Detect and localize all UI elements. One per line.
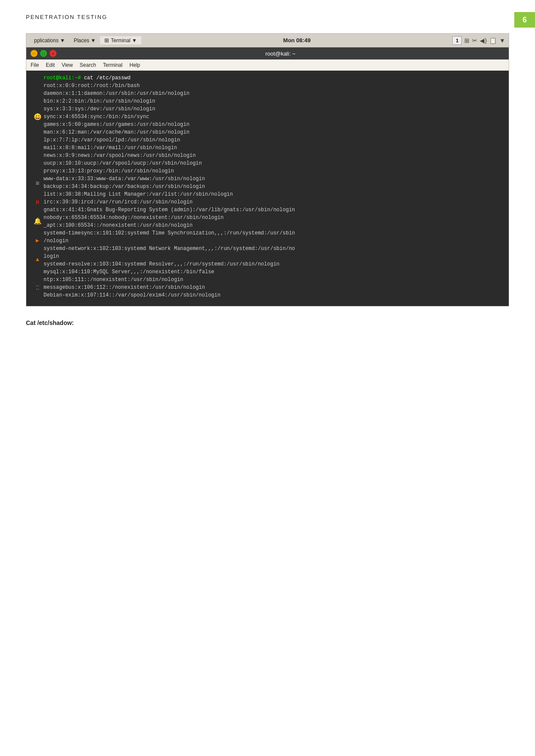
term-line-14: list:x:38:38:Mailing List Manager:/var/l…	[44, 191, 504, 198]
page-number: 6	[514, 12, 535, 28]
term-line-11: proxy:x:13:13:proxy:/bin:/usr/sbin/nolog…	[44, 167, 504, 175]
section-label: Cat /etc/shadow:	[26, 319, 509, 326]
applications-menu[interactable]: pplications ▼	[30, 37, 69, 44]
terminal-icon: ⊞	[104, 37, 109, 44]
menu-help[interactable]: Help	[129, 62, 140, 68]
taskbar-right: 1 ⊞ ✂ ◀) 📋 ▼	[452, 36, 505, 45]
taskbar: pplications ▼ Places ▼ ⊞ Terminal ▼ Mon …	[26, 34, 509, 47]
term-line-7: lp:x:7:7:lp:/var/spool/lpd:/usr/sbin/nol…	[44, 136, 504, 144]
term-line-17: nobody:x:65534:65534:nobody:/nonexistent…	[44, 214, 504, 222]
term-line-15: irc:x:39:39:ircd:/var/run/ircd:/usr/sbin…	[44, 198, 504, 206]
term-line-1: daemon:x:1:1:daemon:/usr/sbin:/usr/sbin/…	[44, 90, 504, 97]
sidebar-icon-5: ▲	[36, 255, 39, 265]
term-line-3: sys:x:3:3:sys:/dev:/usr/sbin/nologin	[44, 105, 504, 113]
page-title: PENETRATION TESTING	[26, 14, 509, 20]
title-bar: − □ × root@kali: ~	[26, 47, 509, 59]
network-icon: ⊞	[464, 37, 469, 44]
page-header: PENETRATION TESTING	[0, 0, 535, 20]
menu-search[interactable]: Search	[80, 62, 96, 68]
terminal-prompt-line: root@kali:~# cat /etc/passwd	[44, 74, 504, 82]
sidebar-icon-m: M	[36, 198, 39, 208]
term-line-20: /nologin	[44, 237, 504, 245]
menu-terminal[interactable]: Terminal	[103, 62, 122, 68]
volume-icon: ◀)	[480, 37, 487, 44]
terminal-window: pplications ▼ Places ▼ ⊞ Terminal ▼ Mon …	[26, 33, 509, 306]
term-line-8: mail:x:8:8:mail:/var/mail:/usr/sbin/nolo…	[44, 144, 504, 152]
term-line-6: man:x:6:12:man:/var/cache/man:/usr/sbin/…	[44, 128, 504, 136]
term-line-0: root:x:0:0:root:/root:/bin/bash	[44, 82, 504, 90]
menu-bar: File Edit View Search Terminal Help	[26, 59, 509, 71]
sidebar-icon-2: ≡	[35, 179, 39, 189]
window-controls: − □ ×	[31, 50, 56, 57]
sidebar-icon-dots: ⁚⁚	[36, 284, 39, 293]
term-line-2: bin:x:2:2:bin:/bin:/usr/sbin/nologin	[44, 97, 504, 105]
terminal-body: 😀 ≡ M 🔔 ▶ ▲ ⁚⁚	[26, 71, 509, 306]
term-line-10: uucp:x:10:10:uucp:/var/spool/uucp:/usr/s…	[44, 159, 504, 167]
term-line-23: systemd-resolve:x:103:104:systemd Resolv…	[44, 260, 504, 268]
term-line-22: login	[44, 253, 504, 260]
command: cat /etc/passwd	[84, 75, 131, 81]
prompt: root@kali:~#	[44, 75, 81, 81]
term-line-4: sync:x:4:65534:sync:/bin:/bin/sync	[44, 113, 504, 121]
clock: Mon 08:49	[141, 37, 453, 44]
workspace-badge[interactable]: 1	[452, 36, 462, 45]
term-line-19: systemd-timesync:x:101:102:systemd Time …	[44, 229, 504, 237]
term-line-13: backup:x:34:34:backup:/var/backups:/usr/…	[44, 183, 504, 191]
minimize-button[interactable]: −	[31, 50, 38, 57]
term-line-16: gnats:x:41:41:Gnats Bug-Reporting System…	[44, 206, 504, 214]
maximize-button[interactable]: □	[40, 50, 47, 57]
terminal-menu[interactable]: ⊞ Terminal ▼	[100, 36, 141, 44]
term-line-21: systemd-network:x:102:103:systemd Networ…	[44, 245, 504, 253]
scissors-icon: ✂	[472, 37, 477, 44]
term-line-9: news:x:9:9:news:/var/spool/news:/usr/sbi…	[44, 152, 504, 159]
term-line-24: mysql:x:104:110:MySQL Server,,,:/nonexis…	[44, 268, 504, 276]
sidebar-icon-3: 🔔	[34, 217, 42, 227]
close-button[interactable]: ×	[50, 50, 56, 57]
term-line-12: www-data:x:33:33:www-data:/var/www:/usr/…	[44, 175, 504, 183]
sidebar-icon-4: ▶	[36, 236, 39, 246]
term-line-18: _apt:x:100:65534::/nonexistent:/usr/sbin…	[44, 222, 504, 229]
clipboard-icon: 📋	[489, 37, 497, 44]
term-line-5: games:x:5:60:games:/usr/games:/usr/sbin/…	[44, 121, 504, 128]
places-menu[interactable]: Places ▼	[69, 37, 100, 44]
menu-file[interactable]: File	[31, 62, 39, 68]
sidebar-icon-1: 😀	[34, 113, 42, 122]
term-line-26: messagebus:x:106:112::/nonexistent:/usr/…	[44, 284, 504, 291]
menu-edit[interactable]: Edit	[46, 62, 55, 68]
window-title: root@kali: ~	[56, 50, 504, 57]
dropdown-icon[interactable]: ▼	[499, 37, 505, 44]
main-content: pplications ▼ Places ▼ ⊞ Terminal ▼ Mon …	[0, 20, 535, 326]
terminal-sidebar-icons: 😀 ≡ M 🔔 ▶ ▲ ⁚⁚	[31, 74, 44, 303]
terminal-text: root@kali:~# cat /etc/passwd root:x:0:0:…	[44, 74, 504, 303]
term-line-25: ntp:x:105:111::/nonexistent:/usr/sbin/no…	[44, 276, 504, 284]
term-line-27: Debian-exim:x:107:114::/var/spool/exim4:…	[44, 291, 504, 299]
menu-view[interactable]: View	[62, 62, 73, 68]
